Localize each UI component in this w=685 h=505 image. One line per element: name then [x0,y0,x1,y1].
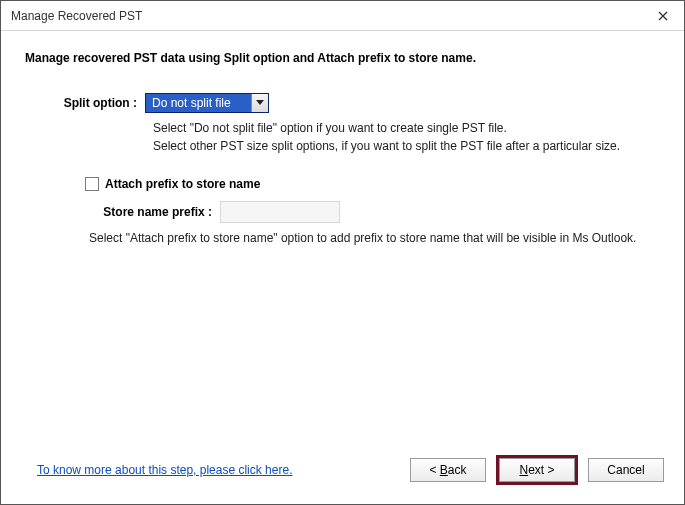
split-option-label: Split option : [25,96,145,110]
svg-marker-2 [256,100,264,105]
back-button[interactable]: < Back [410,458,486,482]
close-button[interactable] [642,1,684,31]
split-option-select[interactable]: Do not split file [145,93,269,113]
next-button-highlight: Next > [496,455,578,485]
prefix-hint: Select "Attach prefix to store name" opt… [89,231,660,245]
prefix-input-row: Store name prefix : [85,201,660,223]
next-button[interactable]: Next > [499,458,575,482]
prefix-checkbox-label: Attach prefix to store name [105,177,260,191]
dropdown-button[interactable] [251,94,268,112]
prefix-checkbox-row: Attach prefix to store name [85,177,660,191]
dialog-content: Manage recovered PST data using Split op… [1,31,684,450]
dialog-window: Manage Recovered PST Manage recovered PS… [0,0,685,505]
split-hint-line1: Select "Do not split file" option if you… [153,119,660,137]
window-title: Manage Recovered PST [11,9,642,23]
page-heading: Manage recovered PST data using Split op… [25,51,660,65]
close-icon [658,11,668,21]
titlebar: Manage Recovered PST [1,1,684,31]
split-hint-line2: Select other PST size split options, if … [153,137,660,155]
prefix-label: Store name prefix : [85,205,220,219]
help-link[interactable]: To know more about this step, please cli… [37,463,292,477]
split-option-hint: Select "Do not split file" option if you… [153,119,660,155]
cancel-button[interactable]: Cancel [588,458,664,482]
split-option-row: Split option : Do not split file [25,93,660,113]
prefix-input[interactable] [220,201,340,223]
chevron-down-icon [256,100,264,106]
prefix-checkbox[interactable] [85,177,99,191]
dialog-footer: To know more about this step, please cli… [1,450,684,504]
split-option-value: Do not split file [146,94,251,112]
